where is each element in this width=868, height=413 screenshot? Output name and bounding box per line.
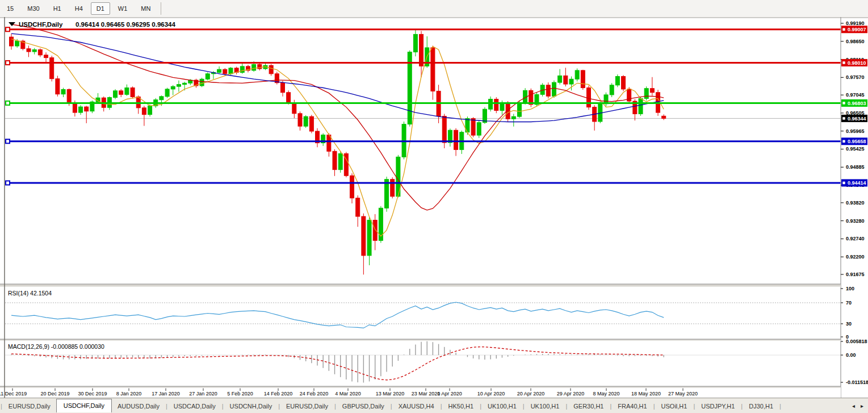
candle <box>338 153 342 169</box>
candle <box>552 82 556 96</box>
price-tick-label: 0.95965 <box>846 128 865 134</box>
chart-symbol-title: USDCHF,Daily <box>19 21 63 28</box>
price-tick-label: 0.93820 <box>846 200 865 206</box>
date-tick-label: 8 Jan 2020 <box>116 391 142 397</box>
candle <box>327 135 331 151</box>
price-tick-label: 0.98650 <box>846 39 865 44</box>
price-badge-handle[interactable] <box>842 61 846 64</box>
tab-FRA40-H1[interactable]: FRA40,H1 <box>612 401 652 412</box>
symbol-tab-bar: |EURUSD,DailyUSDCHF,DailyAUDUSD,Daily|US… <box>0 398 868 413</box>
candle <box>644 89 648 99</box>
macd-tick-label: 0.005818 <box>846 339 867 344</box>
candle <box>564 76 568 84</box>
candle <box>581 70 585 88</box>
tab-USDCHF-Daily[interactable]: USDCHF,Daily <box>56 399 112 412</box>
hline-handle[interactable] <box>6 181 10 185</box>
tab-UK100-H1[interactable]: UK100,H1 <box>482 401 522 412</box>
candle <box>171 86 175 89</box>
tab-EURUSD-Daily[interactable]: EURUSD,Daily <box>280 401 334 412</box>
candle <box>431 48 435 91</box>
rsi-tick-label: 100 <box>846 286 854 291</box>
candle <box>413 34 417 52</box>
candle <box>229 68 233 74</box>
chart-canvas[interactable]: 0.991900.986500.981100.975700.970450.965… <box>0 17 868 398</box>
candle <box>639 98 643 114</box>
candle <box>298 114 302 126</box>
date-tick-label: 13 Mar 2020 <box>376 391 405 397</box>
candle <box>546 85 550 96</box>
price-tick-label: 0.97045 <box>846 92 865 98</box>
tab-scroll-left-icon[interactable]: ◂ <box>852 403 855 409</box>
price-badge-label: 0.96803 <box>848 101 866 106</box>
candle <box>517 102 521 116</box>
candle <box>367 220 371 255</box>
price-badge-handle[interactable] <box>842 28 846 31</box>
timeframe-button-15[interactable]: 15 <box>1 2 19 15</box>
tab-GER30-H1[interactable]: GER30,H1 <box>568 401 609 412</box>
candle <box>287 93 291 103</box>
price-tick-label: 0.97570 <box>846 74 865 80</box>
tab-USDCNH-Daily[interactable]: USDCNH,Daily <box>224 401 278 412</box>
price-badge-handle[interactable] <box>842 140 846 143</box>
date-tick-label: 5 Feb 2020 <box>227 391 253 397</box>
candle <box>131 88 135 97</box>
rsi-indicator-label: RSI(14) 42.1504 <box>8 290 52 297</box>
candle <box>73 103 77 112</box>
candle <box>477 123 481 135</box>
panel-splitter[interactable] <box>0 284 841 287</box>
candle <box>50 58 54 79</box>
trading-platform-window: 15M30H1H4D1W1MN 0.991900.986500.981100.9… <box>0 0 868 413</box>
tab-EURUSD-Daily[interactable]: EURUSD,Daily <box>3 401 56 412</box>
price-tick-label: 0.92200 <box>846 254 865 260</box>
price-badge-handle[interactable] <box>842 116 846 120</box>
candle <box>56 79 60 94</box>
tab-USOil-H1[interactable]: USOil,H1 <box>656 401 693 412</box>
tab-scroll-right-icon[interactable]: ▸ <box>861 403 863 409</box>
tab-USDCAD-Daily[interactable]: USDCAD,Daily <box>168 401 221 412</box>
tab-XAUUSD-H4[interactable]: XAUUSD,H4 <box>393 401 440 412</box>
candle <box>292 103 296 114</box>
timeframe-button-D1[interactable]: D1 <box>91 2 110 15</box>
timeframe-button-M30[interactable]: M30 <box>22 2 45 15</box>
date-tick-label: 10 Apr 2020 <box>477 391 505 397</box>
hline-handle[interactable] <box>6 101 10 105</box>
candle <box>373 220 377 240</box>
candle <box>350 176 354 198</box>
candle <box>183 83 187 84</box>
candle <box>569 79 573 84</box>
date-tick-label: 20 Apr 2020 <box>517 391 545 397</box>
timeframe-button-H1[interactable]: H1 <box>48 2 67 15</box>
timeframe-button-W1[interactable]: W1 <box>112 2 133 15</box>
tab-USDJPY-H1[interactable]: USDJPY,H1 <box>695 401 740 412</box>
date-axis: 11 Dec 201920 Dec 201930 Dec 20198 Jan 2… <box>0 388 841 398</box>
hline-handle[interactable] <box>6 61 10 65</box>
tab-HK50-H1[interactable]: HK50,H1 <box>443 401 480 412</box>
candle <box>252 64 256 70</box>
date-tick-label: 29 Apr 2020 <box>557 391 585 397</box>
tab-DJ30-H1[interactable]: DJ30,H1 <box>743 401 779 412</box>
price-badge-handle[interactable] <box>842 101 846 105</box>
candle <box>223 69 227 74</box>
candle <box>61 89 65 94</box>
tab-UK100-H1[interactable]: UK100,H1 <box>525 401 565 412</box>
candle <box>165 89 169 97</box>
price-tick-label: 0.92740 <box>846 236 865 241</box>
tab-AUDUSD-Daily[interactable]: AUDUSD,Daily <box>112 401 165 412</box>
candle <box>114 91 118 98</box>
candle <box>420 34 423 66</box>
price-badge-handle[interactable] <box>842 181 846 185</box>
tab-GBPUSD-Daily[interactable]: GBPUSD,Daily <box>337 401 390 412</box>
timeframe-button-H4[interactable]: H4 <box>69 2 89 15</box>
timeframe-button-MN[interactable]: MN <box>135 2 156 15</box>
hline-handle[interactable] <box>6 139 10 143</box>
rsi-tick-label: 70 <box>846 300 852 306</box>
chart-ohlc-values: 0.96414 0.96465 0.96295 0.96344 <box>76 21 175 28</box>
candle <box>177 85 181 87</box>
date-tick-label: 14 Feb 2020 <box>264 391 293 397</box>
price-badge-label: 0.96344 <box>848 116 866 122</box>
candle <box>442 116 446 143</box>
candle <box>67 89 71 103</box>
candle <box>489 99 493 110</box>
hline-handle[interactable] <box>6 27 10 31</box>
candle <box>240 66 244 73</box>
